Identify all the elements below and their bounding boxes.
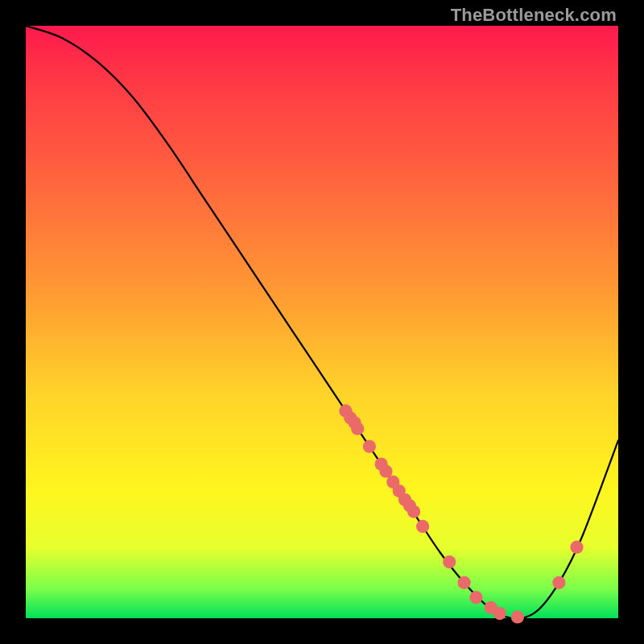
marker-dot — [511, 610, 524, 623]
marker-dot — [570, 541, 583, 554]
bottleneck-curve — [26, 26, 618, 618]
chart-stage: TheBottleneck.com — [0, 0, 644, 644]
marker-dot — [363, 440, 376, 453]
marker-dot — [379, 464, 392, 477]
marker-dot — [351, 422, 364, 435]
watermark-label: TheBottleneck.com — [451, 5, 617, 26]
curve-markers — [339, 404, 583, 623]
marker-dot — [493, 607, 506, 620]
plot-area — [26, 26, 618, 618]
marker-dot — [552, 576, 565, 589]
chart-svg — [26, 26, 618, 618]
marker-dot — [443, 555, 456, 568]
marker-dot — [469, 591, 482, 604]
marker-dot — [416, 520, 429, 533]
marker-dot — [407, 505, 420, 518]
marker-dot — [458, 576, 471, 589]
